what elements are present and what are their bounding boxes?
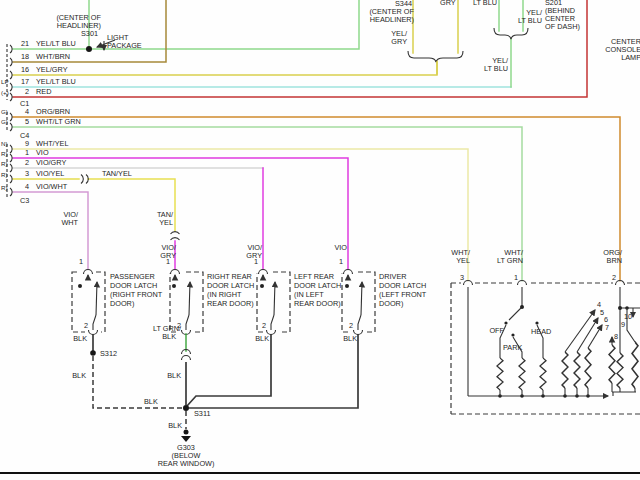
latch-name: (LEFT FRONT: [379, 290, 427, 299]
wire-label: BLK: [144, 397, 158, 406]
wire-label: YEL: [159, 218, 173, 227]
edge-fragment: (+): [1, 89, 9, 96]
terminal-number: 7: [605, 323, 609, 332]
latch-pin: 1: [339, 257, 343, 266]
latch-name: PASSENGER: [110, 272, 155, 281]
passenger-door-latch: 1 2 PASSENGER DOOR LATCH (RIGHT FRONT DO…: [72, 257, 163, 335]
latch-name: DOOR): [110, 299, 134, 308]
wire-label: LT BLU: [473, 0, 497, 7]
edge-fragment: R): [1, 160, 8, 167]
pin-number: 9: [25, 139, 29, 148]
pin-number: 2: [25, 87, 29, 96]
wiring-diagram: 21 18 16 17 2 4 5 9 1 2 3 4 YEL/LT BLU W…: [0, 0, 640, 480]
edge-fragment: G): [1, 108, 8, 115]
headlamp-switch: WHT/ YEL WHT/ LT GRN ORG/ BRN 3 1 2 OFF …: [451, 248, 640, 414]
wire-label: WHT: [61, 218, 78, 227]
pin-number: 1: [25, 148, 29, 157]
edge-fragment: G): [1, 118, 8, 125]
splice-s201: LT BLU YEL/ LT BLU S201 (BEHIND CENTER O…: [473, 0, 580, 73]
ground-network: BLK S312 BLK BLK LT GRN/ BLK BLK BLK BLK…: [72, 324, 358, 468]
wire-label: VIO/WHT: [36, 182, 68, 191]
latch-pin: 2: [349, 321, 353, 330]
wire-label: RED: [36, 87, 51, 96]
wire-label: BLK: [72, 371, 86, 380]
latch-name: (IN LEFT: [294, 290, 324, 299]
edge-fragment: R): [1, 150, 8, 157]
wire-label: WHT/LT GRN: [36, 117, 81, 126]
wire-label: LT BLU: [518, 16, 542, 25]
light-package-callout: LIGHT PACKAGE: [97, 33, 142, 50]
latch-name: DRIVER: [379, 272, 407, 281]
latch-name: REAR DOOR): [207, 299, 254, 308]
terminal-number: 9: [621, 320, 625, 329]
wire-label: WHT/YEL: [36, 139, 68, 148]
connector-id: C4: [20, 131, 29, 140]
pin-number: 18: [21, 52, 29, 61]
wiring-diagram-page: 21 18 16 17 2 4 5 9 1 2 3 4 YEL/LT BLU W…: [0, 0, 640, 480]
splice-id: S311: [194, 409, 211, 418]
latch-pin: 1: [166, 257, 170, 266]
latch-name: (RIGHT FRONT: [110, 290, 163, 299]
wire-label: BLK: [73, 334, 87, 343]
latch-name: DOOR): [379, 299, 403, 308]
wire-label: YEL/GRY: [36, 65, 68, 74]
component-label: LAMP: [621, 53, 640, 62]
latch-name: REAR DOOR): [294, 299, 341, 308]
pin-number: 5: [25, 117, 29, 126]
ground-location: REAR WINDOW): [158, 459, 215, 468]
latch-name: (IN RIGHT: [207, 290, 242, 299]
right-rear-door-latch: 1 2 RIGHT REAR DOOR LATCH (IN RIGHT REAR…: [166, 257, 254, 335]
pin-number: 2: [25, 158, 29, 167]
wire-label: BLK: [255, 334, 269, 343]
latch-name: DOOR LATCH: [294, 281, 341, 290]
wire-label: VIO/GRY: [36, 158, 66, 167]
driver-door-latch: 1 2 DRIVER DOOR LATCH (LEFT FRONT DOOR): [339, 257, 427, 335]
terminal-number: 8: [614, 332, 618, 341]
latch-name: LEFT REAR: [294, 272, 334, 281]
wire-label: YEL: [456, 256, 470, 265]
wire-label: GRY: [391, 37, 407, 46]
s301-id: S301: [81, 29, 98, 38]
wire-label: TAN/YEL: [102, 169, 132, 178]
pin-number: 3: [25, 169, 29, 178]
inline-connector-tan-yel: TAN/YEL: [81, 169, 132, 184]
wire-label: BLK: [167, 371, 181, 380]
latch-name: RIGHT REAR: [207, 272, 252, 281]
wire-label: WHT/BRN: [36, 52, 70, 61]
latch-pin: 2: [262, 321, 266, 330]
wire-label: BLK: [343, 334, 357, 343]
connector-id: C1: [20, 99, 29, 108]
left-rear-door-latch: 1 2 LEFT REAR DOOR LATCH (IN LEFT REAR D…: [254, 257, 341, 335]
wire-label: VIO: [36, 148, 49, 157]
s201-location: OF DASH): [545, 22, 580, 31]
light-package-label: PACKAGE: [107, 41, 142, 50]
edge-fragment: LP: [1, 78, 9, 85]
wire-label: GRY: [440, 0, 456, 7]
pin-number: 21: [21, 39, 29, 48]
wire-label: ORG/BRN: [36, 107, 70, 116]
wire-label: LT BLU: [484, 64, 508, 73]
connector-id: C3: [20, 196, 29, 205]
edge-fragment: R): [1, 184, 8, 191]
pin-number: 17: [21, 77, 29, 86]
inline-connector-vio-gry: VIO/ GRY: [160, 232, 179, 260]
splice-id: S312: [100, 349, 117, 358]
wire-label: YEL/LT BLU: [36, 39, 76, 48]
latch-pin: 1: [254, 257, 258, 266]
wire-label: BLK: [168, 421, 182, 430]
left-connector: 21 18 16 17 2 4 5 9 1 2 3 4 YEL/LT BLU W…: [1, 39, 81, 205]
switch-pin: 3: [460, 273, 464, 282]
switch-pin: 2: [612, 273, 616, 282]
wire-org-brn: [13, 117, 620, 281]
latch-name: DOOR LATCH: [207, 281, 254, 290]
wire-wht-lt-grn: [13, 127, 522, 281]
latch-pin: 2: [84, 321, 88, 330]
latch-pin: 1: [79, 257, 83, 266]
terminal-number: 10: [624, 312, 632, 321]
latch-name: DOOR LATCH: [110, 281, 157, 290]
wire-label: BLK: [162, 332, 176, 341]
pin-number: 16: [21, 65, 29, 74]
pin-number: 4: [25, 182, 29, 191]
pin-number: 4: [25, 107, 29, 116]
wire-label: VIO: [334, 243, 347, 252]
